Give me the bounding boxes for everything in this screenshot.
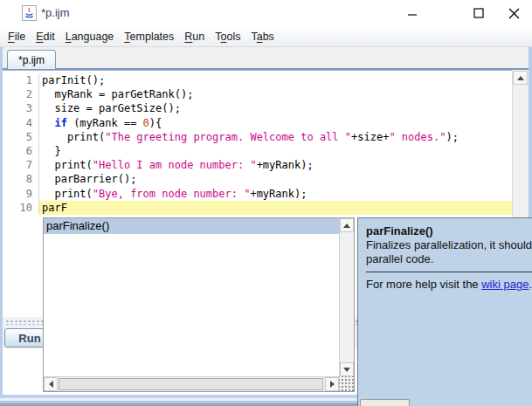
tab-bar: *p.ijm — [0, 47, 532, 70]
doc-description-line: Finalizes parallelization, it should be — [366, 238, 532, 252]
scrollbar-thumb[interactable] — [59, 378, 323, 390]
line-number: 5 — [3, 130, 39, 144]
code-line: 7 print("Hello I am node number: "+myRan… — [3, 158, 512, 172]
doc-tooltip-panel: parFinalize() Finalizes parallelization,… — [357, 217, 532, 406]
resize-grip-icon[interactable] — [339, 376, 354, 391]
popup-vertical-scrollbar[interactable] — [339, 218, 354, 376]
code-line: 4 if (myRank == 0){ — [3, 116, 512, 130]
scroll-up-button[interactable] — [513, 71, 528, 85]
menu-item-tabs[interactable]: Tabs — [245, 28, 279, 45]
code-line: 5 print("The greeting program. Welcome t… — [3, 130, 512, 144]
scroll-right-button[interactable] — [325, 377, 339, 391]
line-number: 4 — [3, 116, 39, 130]
up-arrow-icon — [343, 224, 350, 228]
code-text: print("The greeting program. Welcome to … — [39, 130, 512, 144]
autocomplete-list: parFinalize() — [44, 218, 339, 376]
menu-item-file[interactable]: File — [3, 28, 31, 45]
code-text: if (myRank == 0){ — [39, 116, 512, 130]
minimize-button[interactable] — [395, 0, 430, 26]
menu-item-language[interactable]: Language — [60, 28, 120, 45]
menu-item-templates[interactable]: Templates — [119, 28, 179, 45]
line-number: 7 — [3, 158, 39, 172]
doc-separator — [366, 272, 532, 272]
java-app-icon — [22, 5, 37, 21]
run-button-label: Run — [18, 332, 40, 345]
close-icon — [508, 8, 520, 19]
code-text: print("Bye, from node number: "+myRank); — [39, 187, 512, 201]
up-arrow-icon — [517, 76, 524, 80]
autocomplete-item[interactable]: parFinalize() — [44, 218, 339, 234]
left-arrow-icon — [49, 381, 53, 388]
code-line: 9 print("Bye, from node number: "+myRank… — [3, 187, 512, 201]
doc-help-prefix: For more help visit the — [366, 278, 481, 291]
line-number: 8 — [3, 172, 39, 186]
menu-bar: FileEditLanguageTemplatesRunToolsTabs — [0, 26, 532, 47]
code-line: 10parF — [3, 201, 512, 215]
app-window: *p.ijm FileEditLanguageTemplatesRunTools… — [0, 0, 532, 406]
wiki-page-link[interactable]: wiki page — [481, 278, 529, 291]
minimize-icon — [407, 8, 418, 18]
doc-help-suffix: . — [529, 278, 532, 291]
line-number: 9 — [3, 187, 39, 201]
code-line: 8 parBarrier(); — [3, 172, 512, 186]
maximize-icon — [473, 8, 484, 18]
code-text: } — [39, 144, 512, 158]
line-number: 1 — [3, 73, 39, 87]
scroll-down-button[interactable] — [340, 362, 354, 376]
window-title: *p.ijm — [41, 6, 70, 19]
tab-label: *p.ijm — [18, 54, 45, 66]
line-number: 2 — [3, 87, 39, 101]
menu-item-tools[interactable]: Tools — [210, 28, 245, 45]
code-text: myRank = parGetRank(); — [39, 87, 512, 101]
close-button[interactable] — [496, 0, 531, 26]
code-line: 6 } — [3, 144, 512, 158]
code-line: 1parInit(); — [3, 73, 512, 87]
doc-title: parFinalize() — [366, 224, 532, 237]
line-number: 6 — [3, 144, 39, 158]
line-number: 3 — [3, 101, 39, 115]
code-line: 2 myRank = parGetRank(); — [3, 87, 512, 101]
code-text: parBarrier(); — [39, 172, 512, 186]
down-arrow-icon — [343, 368, 350, 372]
scroll-left-button[interactable] — [44, 377, 58, 391]
doc-description-line: parallel code. — [366, 252, 532, 266]
tab-p-ijm[interactable]: *p.ijm — [7, 50, 56, 69]
code-text: print("Hello I am node number: "+myRank)… — [39, 158, 512, 172]
code-line: 3 size = parGetSize(); — [3, 101, 512, 115]
code-text: size = parGetSize(); — [39, 101, 512, 115]
menu-item-edit[interactable]: Edit — [31, 28, 60, 45]
title-bar: *p.ijm — [0, 0, 532, 26]
code-text: parInit(); — [39, 73, 512, 87]
code-text: parF — [39, 201, 512, 215]
autocomplete-popup: parFinalize() — [43, 217, 355, 392]
scroll-up-button[interactable] — [340, 218, 354, 232]
right-arrow-icon — [330, 381, 335, 388]
background-window-fragment — [360, 399, 410, 406]
maximize-button[interactable] — [461, 0, 496, 26]
doc-help-line: For more help visit the wiki page. — [366, 278, 532, 291]
menu-item-run[interactable]: Run — [179, 28, 210, 45]
line-number: 10 — [3, 201, 39, 215]
popup-horizontal-scrollbar[interactable] — [44, 376, 339, 391]
